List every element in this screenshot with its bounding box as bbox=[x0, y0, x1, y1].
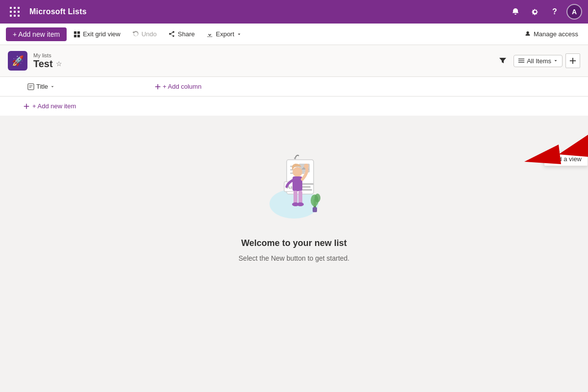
topbar: Microsoft Lists ? A bbox=[0, 0, 588, 24]
avatar[interactable]: A bbox=[566, 4, 582, 20]
filter-button[interactable] bbox=[495, 55, 511, 67]
table-container: Title + Add column + Add new item bbox=[0, 77, 588, 116]
export-icon bbox=[206, 31, 213, 38]
svg-rect-17 bbox=[298, 191, 302, 204]
view-chevron-icon bbox=[553, 58, 558, 63]
settings-button[interactable] bbox=[527, 4, 543, 20]
add-view-overlay: Add a view bbox=[544, 152, 588, 166]
add-new-item-row[interactable]: + Add new item bbox=[20, 100, 80, 112]
svg-rect-23 bbox=[313, 207, 317, 212]
exit-grid-view-button[interactable]: Exit grid view bbox=[69, 27, 125, 41]
all-items-view-button[interactable]: All Items bbox=[514, 55, 563, 67]
svg-point-19 bbox=[297, 202, 304, 206]
undo-label: Undo bbox=[142, 30, 157, 38]
notifications-icon bbox=[512, 8, 519, 16]
empty-state-title: Welcome to your new list bbox=[241, 238, 347, 248]
title-col-dropdown-icon bbox=[50, 84, 55, 89]
grid-icon bbox=[74, 31, 80, 38]
table-body: + Add new item bbox=[0, 97, 588, 116]
list-header: 🚀 My lists Test ☆ All Items bbox=[0, 45, 588, 77]
export-button[interactable]: Export bbox=[201, 27, 246, 41]
breadcrumb: My lists bbox=[33, 52, 62, 58]
add-new-item-row-label: + Add new item bbox=[32, 102, 76, 110]
share-button[interactable]: Share bbox=[164, 27, 200, 41]
title-column-header[interactable]: Title bbox=[24, 83, 151, 90]
view-lines-icon bbox=[518, 57, 525, 64]
commandbar: + Add new item Exit grid view Undo Share… bbox=[0, 24, 588, 45]
title-column-label: Title bbox=[36, 83, 48, 90]
plus-icon bbox=[569, 57, 576, 64]
add-column-label: + Add column bbox=[163, 83, 201, 90]
topbar-left: Microsoft Lists bbox=[6, 3, 87, 21]
add-a-view-text: Add a view bbox=[550, 155, 582, 163]
list-name-row: Test ☆ bbox=[33, 58, 62, 70]
add-new-item-button[interactable]: + Add new item bbox=[6, 27, 67, 41]
add-column-button[interactable]: + Add column bbox=[151, 83, 205, 90]
notifications-button[interactable] bbox=[508, 4, 523, 20]
empty-state-subtitle: Select the New button to get started. bbox=[239, 254, 349, 262]
list-header-left: 🚀 My lists Test ☆ bbox=[8, 51, 62, 71]
add-view-button[interactable] bbox=[565, 53, 580, 68]
gear-icon bbox=[531, 8, 539, 16]
table-header-row: Title + Add column bbox=[0, 77, 588, 97]
export-label: Export bbox=[216, 30, 234, 38]
list-icon: 🚀 bbox=[8, 51, 27, 71]
undo-button[interactable]: Undo bbox=[127, 27, 162, 41]
commandbar-left: + Add new item Exit grid view Undo Share… bbox=[6, 27, 246, 41]
manage-access-icon bbox=[524, 31, 531, 38]
add-row-plus-icon bbox=[24, 103, 29, 109]
title-col-icon bbox=[27, 83, 34, 90]
empty-state-illustration: Aa bbox=[262, 145, 326, 228]
add-col-plus-icon bbox=[155, 84, 161, 90]
svg-point-24 bbox=[294, 157, 296, 159]
list-header-right: All Items bbox=[495, 53, 580, 68]
filter-icon bbox=[499, 57, 507, 65]
commandbar-right: Manage access bbox=[520, 27, 582, 41]
list-title-area: My lists Test ☆ bbox=[33, 52, 62, 70]
export-chevron-icon bbox=[237, 32, 242, 37]
share-label: Share bbox=[178, 30, 195, 38]
svg-rect-14 bbox=[293, 176, 302, 191]
manage-access-button[interactable]: Manage access bbox=[520, 27, 582, 41]
undo-icon bbox=[132, 31, 139, 38]
help-button[interactable]: ? bbox=[547, 4, 563, 20]
empty-state: Aa bbox=[0, 116, 588, 282]
svg-point-22 bbox=[315, 194, 320, 202]
favorite-star-icon[interactable]: ☆ bbox=[56, 60, 62, 68]
help-icon: ? bbox=[552, 7, 557, 16]
svg-point-13 bbox=[293, 167, 302, 177]
waffle-menu-button[interactable] bbox=[6, 3, 24, 21]
svg-rect-0 bbox=[28, 83, 34, 89]
svg-rect-16 bbox=[294, 191, 297, 204]
manage-access-label: Manage access bbox=[534, 30, 578, 38]
view-label: All Items bbox=[527, 57, 551, 65]
waffle-icon bbox=[10, 7, 20, 17]
content-wrapper: 🚀 My lists Test ☆ All Items bbox=[0, 45, 588, 282]
list-name: Test bbox=[33, 58, 53, 70]
app-title: Microsoft Lists bbox=[29, 7, 87, 16]
svg-point-15 bbox=[304, 164, 309, 169]
topbar-right: ? A bbox=[508, 4, 582, 20]
exit-grid-view-label: Exit grid view bbox=[83, 30, 121, 38]
share-icon bbox=[169, 31, 175, 38]
